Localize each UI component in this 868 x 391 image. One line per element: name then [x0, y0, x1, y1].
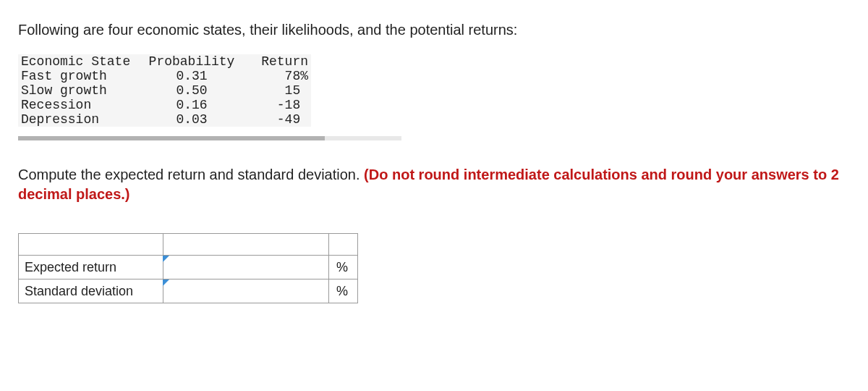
- standard-deviation-input[interactable]: [163, 279, 328, 303]
- input-indicator-icon: [163, 256, 169, 262]
- answer-label: Standard deviation: [19, 279, 163, 303]
- answer-header-spacer: [19, 234, 358, 256]
- cell-prob: 0.03: [141, 112, 242, 127]
- header-economic-state: Economic State: [18, 54, 141, 69]
- cell-prob: 0.31: [141, 69, 242, 83]
- instruction-lead: Compute the expected return and standard…: [18, 167, 364, 182]
- cell-state: Recession: [18, 98, 141, 112]
- answer-input-cell: [163, 256, 329, 279]
- input-indicator-icon: [163, 279, 169, 286]
- answer-input-cell: [163, 279, 329, 303]
- header-probability: Probability: [141, 54, 242, 69]
- answer-unit: %: [329, 279, 358, 303]
- answer-unit: %: [329, 256, 358, 279]
- answer-row-standard-deviation: Standard deviation %: [19, 279, 358, 303]
- expected-return-input[interactable]: [163, 256, 328, 279]
- table-header-row: Economic State Probability Return: [18, 54, 311, 69]
- answer-table: Expected return % Standard deviation %: [18, 233, 358, 303]
- table-row: Fast growth 0.31 78%: [18, 69, 311, 83]
- cell-prob: 0.16: [141, 98, 242, 112]
- cell-state: Fast growth: [18, 69, 141, 83]
- table-row: Depression 0.03 -49: [18, 112, 311, 127]
- intro-text: Following are four economic states, thei…: [18, 22, 850, 38]
- instruction-text: Compute the expected return and standard…: [18, 165, 850, 204]
- cell-prob: 0.50: [141, 83, 242, 98]
- cell-return: -49: [242, 112, 311, 127]
- cell-state: Depression: [18, 112, 141, 127]
- table-row: Recession 0.16 -18: [18, 98, 311, 112]
- cell-return: -18: [242, 98, 311, 112]
- cell-state: Slow growth: [18, 83, 141, 98]
- answer-label: Expected return: [19, 256, 163, 279]
- cell-return: 78%: [242, 69, 311, 83]
- answer-row-expected-return: Expected return %: [19, 256, 358, 279]
- horizontal-scroll-indicator: [18, 136, 401, 140]
- economic-state-table: Economic State Probability Return Fast g…: [18, 54, 311, 127]
- table-row: Slow growth 0.50 15: [18, 83, 311, 98]
- header-return: Return: [242, 54, 311, 69]
- cell-return: 15: [242, 83, 311, 98]
